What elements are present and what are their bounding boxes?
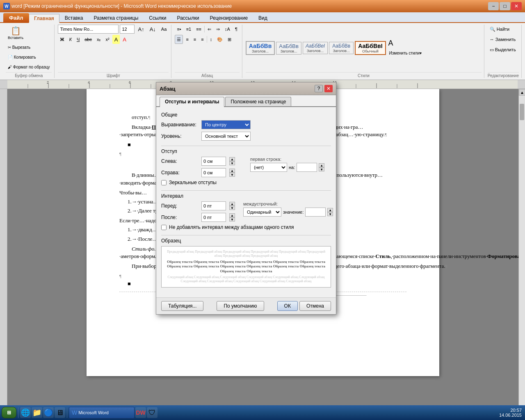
dialog-close-button[interactable]: ✕	[324, 85, 333, 92]
line-value-up[interactable]: ▲	[327, 208, 333, 212]
tab-file[interactable]: Файл	[3, 13, 29, 23]
style-header3[interactable]: АаБбВеI Заголов...	[303, 42, 328, 54]
before-input[interactable]	[201, 201, 226, 210]
underline-button[interactable]: Ч	[75, 35, 82, 44]
indent-right-up[interactable]: ▲	[229, 169, 235, 173]
close-button[interactable]: ✕	[511, 2, 522, 10]
tab-mailings[interactable]: Рассылки	[172, 13, 205, 22]
italic-button[interactable]: К	[67, 35, 73, 44]
line-value-spin[interactable]: ▲ ▼	[327, 208, 333, 216]
first-line-down[interactable]: ▼	[319, 167, 324, 171]
taskbar-chrome-icon[interactable]: 🔵	[43, 407, 54, 418]
after-spin[interactable]: ▲ ▼	[229, 213, 235, 221]
find-button[interactable]: 🔍 Найти	[488, 25, 519, 34]
word-taskbar-button[interactable]: W Microsoft Word	[69, 407, 135, 418]
scroll-thumb[interactable]	[520, 104, 524, 120]
scroll-up-button[interactable]: ▲	[519, 89, 525, 96]
borders-button[interactable]: ⊞	[226, 35, 233, 44]
dialog-tab-indent[interactable]: Отступы и интервалы	[160, 97, 224, 107]
decrease-indent-button[interactable]: ⇐	[205, 25, 213, 34]
tab-insert[interactable]: Вставка	[59, 13, 89, 22]
first-line-up[interactable]: ▲	[319, 163, 324, 167]
increase-indent-button[interactable]: ⇒	[214, 25, 222, 34]
style-header1[interactable]: АаБбВв Заголов...	[246, 41, 275, 55]
bold-button[interactable]: Ж	[58, 35, 66, 44]
paste-button[interactable]: 📋 Вставить	[6, 25, 25, 41]
before-spin[interactable]: ▲ ▼	[229, 202, 235, 210]
indent-right-down[interactable]: ▼	[229, 173, 235, 177]
strikethrough-button[interactable]: abc	[82, 35, 94, 44]
clear-format-button[interactable]: Аа	[159, 25, 169, 34]
line-value-down[interactable]: ▼	[327, 212, 333, 216]
style-header2[interactable]: АаБбВв Заголов...	[276, 42, 301, 55]
change-styles-button[interactable]: A	[387, 39, 424, 48]
style-header4[interactable]: АаБбВв Заголов...	[329, 42, 354, 54]
tab-review[interactable]: Рецензирование	[204, 13, 253, 22]
indent-left-spin[interactable]: ▲ ▼	[229, 157, 235, 165]
no-add-interval-checkbox[interactable]	[161, 225, 167, 230]
minimize-button[interactable]: −	[488, 2, 499, 10]
before-down[interactable]: ▼	[229, 206, 235, 210]
after-input[interactable]	[201, 213, 226, 222]
font-shrink-button[interactable]: A↓	[148, 25, 158, 34]
first-line-value-input[interactable]	[297, 163, 317, 172]
line-spacing-select[interactable]: Одинарный Полуторный Двойной	[243, 208, 281, 217]
taskbar-ie-icon[interactable]: 🌐	[20, 407, 31, 418]
tab-home[interactable]: Главная	[29, 14, 59, 23]
default-button[interactable]: По умолчанию	[217, 301, 264, 311]
align-left-button[interactable]: ☰	[175, 35, 183, 44]
sort-button[interactable]: ↕A	[223, 25, 232, 34]
shading-button[interactable]: 🎨	[215, 35, 225, 44]
tab-references[interactable]: Ссылки	[144, 13, 171, 22]
before-up[interactable]: ▲	[229, 202, 235, 206]
line-spacing-button[interactable]: ↕	[208, 35, 215, 44]
select-button[interactable]: ▭ Выделить	[488, 45, 519, 54]
multilevel-button[interactable]: ≡≡	[194, 25, 203, 34]
bullets-button[interactable]: ≡•	[175, 25, 183, 34]
tab-layout[interactable]: Разметка страницы	[88, 13, 144, 22]
paragraph-dialog[interactable]: Абзац ? ✕ Отступы и интервалы Положение …	[156, 82, 336, 315]
justify-button[interactable]: ≡	[199, 35, 205, 44]
copy-button[interactable]: 📄 Копировать	[6, 52, 38, 62]
ok-button[interactable]: ОК	[277, 301, 298, 311]
taskbar-dw-icon[interactable]: DW	[135, 407, 146, 418]
font-grow-button[interactable]: A↑	[136, 25, 146, 34]
taskbar-app4-icon[interactable]: 🖥	[55, 407, 65, 418]
alignment-select[interactable]: По центру По левому краю По правому краю…	[201, 120, 251, 129]
font-size-input[interactable]	[120, 25, 135, 34]
first-line-select[interactable]: (нет) Отступ Выступ	[250, 163, 287, 172]
replace-button[interactable]: ↔ Заменить	[488, 35, 519, 44]
level-select[interactable]: Основной текст	[201, 132, 251, 141]
taskbar-explorer-icon[interactable]: 📁	[32, 407, 42, 418]
align-right-button[interactable]: ≡	[192, 35, 198, 44]
mirror-indent-checkbox[interactable]	[161, 180, 167, 185]
font-name-input[interactable]	[58, 25, 119, 34]
indent-left-down[interactable]: ▼	[229, 161, 235, 165]
indent-right-spin[interactable]: ▲ ▼	[229, 169, 235, 177]
tab-view[interactable]: Вид	[253, 13, 273, 22]
align-center-button[interactable]: ≡	[184, 35, 190, 44]
styles-gallery-button[interactable]: Изменить стили▾	[387, 48, 424, 57]
start-button[interactable]: ⊞	[2, 407, 16, 418]
vertical-scrollbar[interactable]: ▲ ▼	[518, 89, 525, 420]
line-value-input[interactable]	[305, 208, 326, 217]
numbering-button[interactable]: ≡1	[184, 25, 194, 34]
font-color-button[interactable]: А	[121, 35, 128, 44]
taskbar-antivirus-icon[interactable]: 🛡	[147, 407, 158, 418]
after-up[interactable]: ▲	[229, 213, 235, 217]
tabulation-button[interactable]: Табуляция...	[161, 301, 203, 311]
indent-left-up[interactable]: ▲	[229, 157, 235, 161]
cancel-button[interactable]: Отмена	[299, 301, 331, 311]
format-painter-button[interactable]: 🖌 Формат по образцу	[6, 62, 52, 71]
style-normal[interactable]: АаБбВвI Обычный	[355, 41, 386, 55]
superscript-button[interactable]: x²	[103, 35, 111, 44]
highlight-button[interactable]: А	[112, 35, 120, 44]
dialog-help-button[interactable]: ?	[315, 85, 323, 92]
indent-left-input[interactable]	[201, 157, 226, 166]
show-marks-button[interactable]: ¶	[233, 25, 240, 34]
first-line-spin[interactable]: ▲ ▼	[319, 163, 324, 171]
maximize-button[interactable]: □	[500, 2, 510, 10]
subscript-button[interactable]: x₂	[95, 35, 103, 44]
after-down[interactable]: ▼	[229, 217, 235, 221]
indent-right-input[interactable]	[201, 168, 226, 177]
